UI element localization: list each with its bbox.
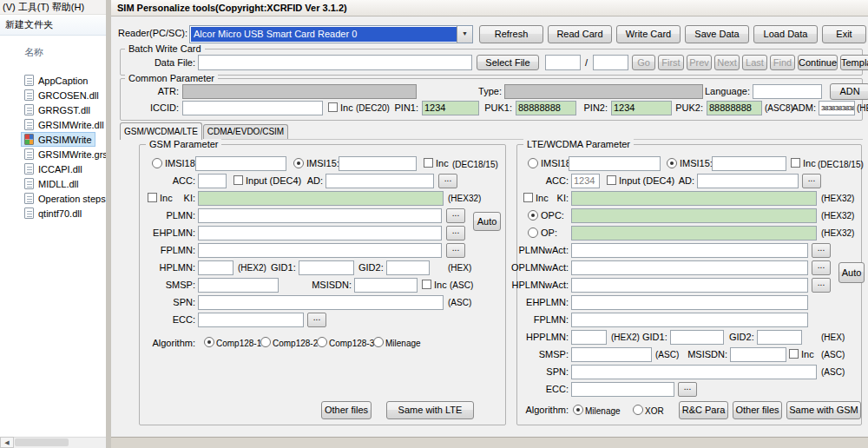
write-card-button[interactable]: Write Card bbox=[616, 25, 681, 43]
gsm-algo-comp128-3-radio[interactable] bbox=[317, 337, 327, 347]
go-button[interactable]: Go bbox=[632, 55, 655, 70]
iccid-inc-checkbox[interactable] bbox=[328, 102, 338, 112]
next-button[interactable]: Next bbox=[714, 55, 740, 70]
gsm-ad-browse-button[interactable]: ... bbox=[438, 174, 457, 188]
exit-button[interactable]: Exit bbox=[822, 25, 866, 43]
list-item[interactable]: MIDLL.dll bbox=[21, 176, 82, 191]
lte-other-files-button[interactable]: Other files bbox=[733, 401, 782, 419]
record-total-input[interactable] bbox=[593, 55, 628, 70]
lte-op-radio[interactable] bbox=[528, 227, 538, 238]
list-item[interactable]: Operation steps bbox=[21, 191, 106, 206]
scroll-left-arrow-icon[interactable]: ◀ bbox=[0, 437, 14, 448]
lte-same-with-gsm-button[interactable]: Same with GSM bbox=[786, 401, 861, 419]
lte-plmnwact-input[interactable] bbox=[571, 243, 808, 258]
iccid-input[interactable] bbox=[182, 101, 323, 115]
lte-ki-input[interactable] bbox=[571, 191, 817, 206]
gsm-plmn-browse-button[interactable]: ... bbox=[446, 208, 465, 223]
prev-button[interactable]: Prev bbox=[687, 55, 712, 70]
record-index-input[interactable] bbox=[545, 55, 581, 70]
lte-imsi18-input[interactable] bbox=[569, 156, 661, 171]
reader-select[interactable]: Alcor Micro USB Smart Card Reader 0 ▼ bbox=[189, 25, 473, 43]
gsm-algo-comp128-2-radio[interactable] bbox=[260, 337, 271, 347]
lte-hplmnwact-browse-button[interactable]: ... bbox=[812, 278, 831, 293]
select-file-button[interactable]: Select File bbox=[477, 55, 539, 70]
lte-spn-input[interactable] bbox=[571, 365, 817, 379]
window-title[interactable]: SIM Personalize tools(Copyright:XCRFID V… bbox=[111, 0, 868, 16]
gsm-hplmn-input[interactable] bbox=[198, 260, 233, 275]
lte-fplmn-input[interactable] bbox=[571, 313, 808, 327]
gsm-ecc-browse-button[interactable]: ... bbox=[307, 313, 326, 327]
lte-imsi15-radio[interactable] bbox=[667, 158, 677, 168]
list-item[interactable]: GRRGST.dll bbox=[21, 102, 94, 117]
last-button[interactable]: Last bbox=[742, 55, 767, 70]
lte-op-input[interactable] bbox=[571, 226, 817, 240]
gsm-acc-input[interactable] bbox=[198, 174, 227, 188]
lte-ad-input[interactable] bbox=[697, 174, 799, 188]
adn-button[interactable]: ADN bbox=[830, 83, 868, 100]
lte-rc-para-button[interactable]: R&C Para bbox=[679, 401, 728, 419]
gsm-fplmn-browse-button[interactable]: ... bbox=[446, 243, 465, 258]
gsm-ehplmn-input[interactable] bbox=[198, 226, 442, 240]
gsm-imsi18-input[interactable] bbox=[195, 156, 286, 171]
list-item[interactable]: AppCaption bbox=[21, 73, 92, 88]
gsm-auto-button[interactable]: Auto bbox=[473, 212, 501, 231]
tab-gsm-wcdma-lte[interactable]: GSM/WCDMA/LTE bbox=[120, 122, 202, 140]
gsm-imsi18-radio[interactable] bbox=[152, 158, 162, 168]
find-button[interactable]: Find bbox=[770, 55, 795, 70]
chevron-down-icon[interactable]: ▼ bbox=[457, 26, 472, 43]
list-item[interactable]: qtintf70.dll bbox=[21, 206, 85, 221]
new-folder-button[interactable]: 新建文件夹 bbox=[0, 15, 106, 36]
lte-gid1-input[interactable] bbox=[670, 330, 724, 345]
gsm-ecc-input[interactable] bbox=[198, 313, 304, 327]
template-button[interactable]: Template bbox=[840, 55, 868, 70]
scrollbar-thumb[interactable] bbox=[15, 438, 69, 446]
gsm-smsp-input[interactable] bbox=[198, 278, 279, 293]
pin2-input[interactable]: 1234 bbox=[611, 101, 672, 115]
gsm-algo-milenage-radio[interactable] bbox=[373, 337, 384, 347]
gsm-plmn-input[interactable] bbox=[198, 208, 442, 223]
lte-algo-xor-radio[interactable] bbox=[633, 405, 643, 415]
list-item-selected[interactable]: GRSIMWrite bbox=[21, 132, 95, 147]
refresh-button[interactable]: Refresh bbox=[479, 25, 543, 43]
load-data-button[interactable]: Load Data bbox=[753, 25, 818, 43]
gsm-imsi15-input[interactable] bbox=[339, 156, 417, 171]
lte-ki-inc-checkbox[interactable] bbox=[523, 193, 533, 202]
adm-input[interactable]: 3838383838383838 bbox=[819, 101, 855, 115]
lte-oplmnwact-browse-button[interactable]: ... bbox=[812, 260, 831, 275]
read-card-button[interactable]: Read Card bbox=[548, 25, 612, 43]
gsm-ad-input[interactable] bbox=[326, 174, 434, 188]
gsm-ehplmn-browse-button[interactable]: ... bbox=[446, 226, 465, 240]
puk1-input[interactable]: 88888888 bbox=[516, 101, 576, 115]
lte-imsi18-radio[interactable] bbox=[528, 158, 538, 168]
gsm-imsi-inc-checkbox[interactable] bbox=[424, 158, 433, 168]
gsm-other-files-button[interactable]: Other files bbox=[321, 401, 372, 419]
gsm-imsi15-radio[interactable] bbox=[293, 158, 304, 168]
lte-oplmnwact-input[interactable] bbox=[571, 260, 808, 275]
lte-acc-input[interactable]: 1234 bbox=[571, 174, 600, 188]
pin1-input[interactable]: 1234 bbox=[422, 101, 479, 115]
gsm-msisdn-input[interactable] bbox=[354, 278, 418, 293]
lte-ecc-browse-button[interactable]: ... bbox=[678, 382, 697, 397]
gsm-ki-input[interactable] bbox=[198, 191, 444, 206]
list-item[interactable]: ICCAPI.dll bbox=[21, 161, 86, 176]
column-header-name[interactable]: 名称 bbox=[24, 46, 43, 59]
lte-hplmnwact-input[interactable] bbox=[571, 278, 808, 293]
continue-button[interactable]: Continue bbox=[798, 55, 838, 70]
tab-cdma-evdo-csim[interactable]: CDMA/EVDO/CSIM bbox=[203, 124, 288, 139]
lte-ecc-input[interactable] bbox=[571, 382, 674, 397]
explorer-menubar[interactable]: (V) 工具(T) 帮助(H) bbox=[0, 0, 106, 15]
gsm-gid1-input[interactable] bbox=[299, 260, 354, 275]
lte-imsi15-input[interactable] bbox=[712, 156, 786, 171]
list-item[interactable]: GRSIMWrite.grsp bbox=[21, 147, 106, 161]
lte-gid2-input[interactable] bbox=[757, 330, 802, 345]
lte-opc-radio[interactable] bbox=[528, 210, 538, 221]
list-item[interactable]: GRSIMWrite.dll bbox=[21, 117, 106, 132]
gsm-ki-inc-checkbox[interactable] bbox=[148, 193, 157, 202]
lte-ehplmn-input[interactable] bbox=[571, 295, 808, 310]
lte-msisdn-inc-checkbox[interactable] bbox=[789, 349, 799, 359]
lte-auto-button[interactable]: Auto bbox=[838, 262, 865, 283]
lte-hpplmn-input[interactable] bbox=[571, 330, 607, 345]
lte-ad-browse-button[interactable]: ... bbox=[802, 174, 821, 188]
data-file-input[interactable] bbox=[198, 55, 472, 70]
lte-smsp-input[interactable] bbox=[571, 347, 652, 362]
